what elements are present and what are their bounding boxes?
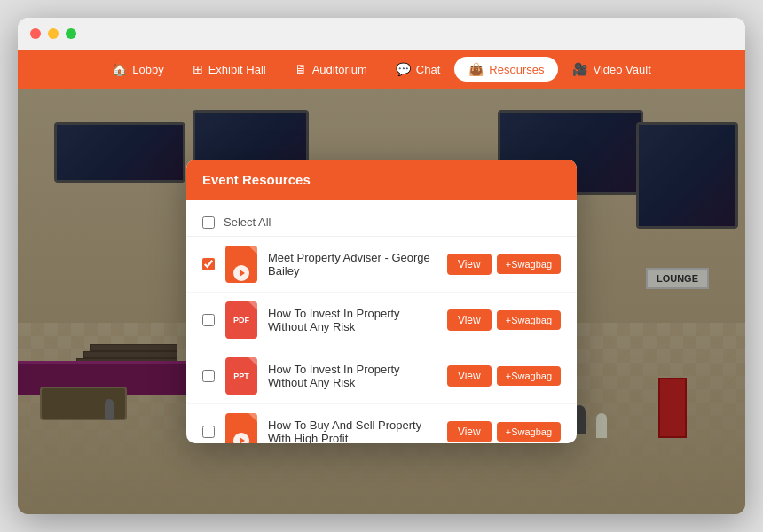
modal-body: Select All Meet Property Adviser - Georg… <box>186 200 577 443</box>
auditorium-icon: 🖥 <box>295 62 307 76</box>
nav-item-chat[interactable]: 💬 Chat <box>382 57 454 82</box>
ppt-label: PPT <box>233 372 249 380</box>
resources-icon: 👜 <box>468 62 484 76</box>
top-nav: 🏠 Lobby ⊞ Exhibit Hall 🖥 Auditorium 💬 Ch… <box>18 50 745 89</box>
resource-title-4: How To Buy And Sell Property With High P… <box>268 419 437 443</box>
row-actions-1: View +Swagbag <box>447 254 561 275</box>
view-button-1[interactable]: View <box>447 254 492 275</box>
swagbag-button-4[interactable]: +Swagbag <box>497 422 561 442</box>
modal-header: Event Resources <box>186 160 577 200</box>
pdf-label: PDF <box>233 316 249 325</box>
swagbag-button-3[interactable]: +Swagbag <box>497 366 561 386</box>
resource-row-2: PDF How To Invest In Property Without An… <box>186 293 577 348</box>
nav-item-video-vault[interactable]: 🎥 Video Vault <box>558 57 665 82</box>
file-icon-video-1 <box>225 246 257 283</box>
traffic-light-green[interactable] <box>66 28 76 39</box>
file-icon-video-4 <box>225 413 257 443</box>
select-all-checkbox[interactable] <box>202 216 215 229</box>
select-all-row: Select All <box>186 208 577 237</box>
nav-label-auditorium: Auditorium <box>312 63 367 76</box>
play-badge-1 <box>233 265 249 281</box>
nav-item-auditorium[interactable]: 🖥 Auditorium <box>280 57 382 82</box>
resource-row-4: How To Buy And Sell Property With High P… <box>186 404 577 443</box>
home-icon: 🏠 <box>112 62 127 76</box>
chat-icon: 💬 <box>396 62 411 76</box>
nav-label-exhibit-hall: Exhibit Hall <box>208 63 266 76</box>
play-badge-4 <box>233 433 249 443</box>
view-button-2[interactable]: View <box>447 309 492 331</box>
resource-row-3: PPT How To Invest In Property Without An… <box>186 348 577 404</box>
view-button-4[interactable]: View <box>447 421 492 442</box>
nav-label-video-vault: Video Vault <box>593 63 650 76</box>
browser-window: 🏠 Lobby ⊞ Exhibit Hall 🖥 Auditorium 💬 Ch… <box>18 18 745 514</box>
select-all-label[interactable]: Select All <box>224 215 271 229</box>
modal-overlay: Event Resources Select All <box>18 89 745 514</box>
row-actions-2: View +Swagbag <box>447 309 561 331</box>
browser-chrome <box>18 18 745 50</box>
modal-title: Event Resources <box>202 172 311 187</box>
nav-item-exhibit-hall[interactable]: ⊞ Exhibit Hall <box>178 57 280 82</box>
resource-title-3: How To Invest In Property Without Any Ri… <box>268 363 437 389</box>
swagbag-button-1[interactable]: +Swagbag <box>497 254 561 274</box>
resource-checkbox-3[interactable] <box>202 370 215 382</box>
file-icon-ppt-3: PPT <box>225 357 257 395</box>
row-actions-3: View +Swagbag <box>447 365 561 387</box>
resource-checkbox-2[interactable] <box>202 314 215 326</box>
traffic-light-red[interactable] <box>30 28 41 39</box>
resource-title-1: Meet Property Adviser - George Bailey <box>268 251 437 278</box>
virtual-background: LOUNGE Event Resources <box>18 89 745 514</box>
resource-checkbox-1[interactable] <box>202 258 215 270</box>
view-button-3[interactable]: View <box>447 365 492 387</box>
traffic-light-yellow[interactable] <box>48 28 59 39</box>
swagbag-button-2[interactable]: +Swagbag <box>497 310 561 330</box>
resource-row-1: Meet Property Adviser - George Bailey Vi… <box>186 237 577 293</box>
nav-label-resources: Resourses <box>489 63 544 76</box>
resource-checkbox-4[interactable] <box>202 426 215 438</box>
nav-item-lobby[interactable]: 🏠 Lobby <box>98 57 177 82</box>
resource-title-2: How To Invest In Property Without Any Ri… <box>268 307 437 333</box>
row-actions-4: View +Swagbag <box>447 421 561 442</box>
app-container: 🏠 Lobby ⊞ Exhibit Hall 🖥 Auditorium 💬 Ch… <box>18 50 745 514</box>
nav-item-resources[interactable]: 👜 Resourses <box>454 57 558 82</box>
file-icon-pdf-2: PDF <box>225 301 257 339</box>
nav-label-chat: Chat <box>416 63 440 76</box>
exhibit-icon: ⊞ <box>193 62 203 76</box>
nav-label-lobby: Lobby <box>132 63 163 76</box>
event-resources-modal: Event Resources Select All <box>186 160 577 443</box>
video-vault-icon: 🎥 <box>572 62 587 76</box>
